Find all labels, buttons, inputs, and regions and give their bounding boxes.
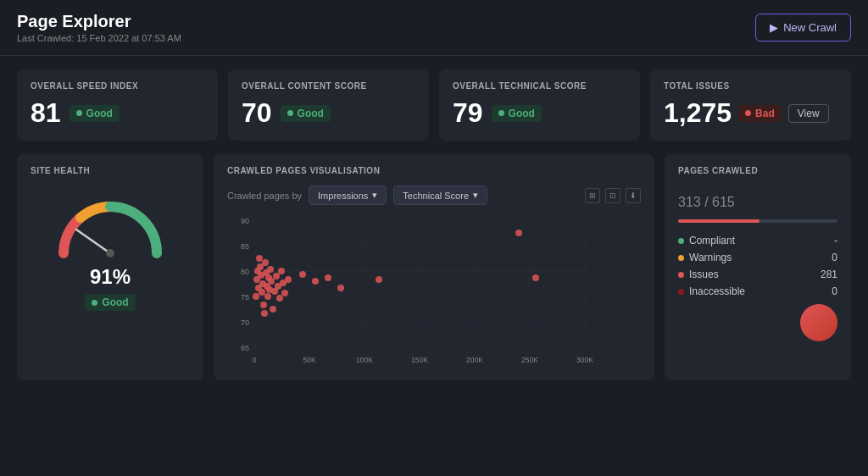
svg-text:Impressions: Impressions [399, 368, 441, 368]
crawled-separator: / [701, 195, 712, 209]
progress-bar [678, 219, 837, 223]
svg-point-61 [376, 276, 382, 283]
header: Page Explorer Last Crawled: 15 Feb 2022 … [0, 0, 868, 56]
technical-score-label: OVERALL TECHNICAL SCORE [453, 81, 626, 91]
svg-point-48 [270, 306, 276, 313]
svg-point-47 [268, 278, 275, 285]
svg-text:85: 85 [241, 242, 249, 251]
crawled-count: 313 [678, 195, 701, 209]
content-score-badge: Good [281, 105, 331, 122]
svg-text:75: 75 [241, 293, 249, 302]
content-score-value-row: 70 Good [242, 97, 415, 129]
total-issues-value: 1,275 [664, 97, 732, 129]
total-issues-label: TOTAL ISSUES [664, 81, 837, 91]
issues-label: Issues [689, 268, 719, 280]
svg-point-60 [337, 285, 344, 291]
svg-point-59 [325, 274, 331, 281]
svg-point-53 [278, 268, 285, 274]
speed-index-badge: Good [70, 105, 120, 122]
gauge-svg [51, 185, 170, 262]
play-icon: ▶ [770, 21, 778, 34]
new-crawl-label: New Crawl [783, 21, 837, 34]
svg-point-55 [281, 290, 288, 296]
svg-point-33 [256, 255, 263, 262]
svg-point-1 [106, 249, 114, 257]
svg-text:65: 65 [241, 344, 249, 352]
pages-crawled-label: PAGES CRAWLED [678, 166, 837, 175]
gauge-container: 91% Good [31, 185, 190, 311]
new-crawl-button[interactable]: ▶ New Crawl [755, 14, 851, 42]
svg-point-56 [285, 276, 292, 283]
chart-icon-expand[interactable]: ⊞ [585, 188, 600, 203]
technical-score-badge: Good [492, 105, 542, 122]
technical-score-value-row: 79 Good [453, 97, 626, 129]
technical-badge-label: Good [509, 108, 535, 119]
gauge-badge-label: Good [102, 296, 128, 308]
svg-point-63 [532, 274, 539, 281]
svg-point-52 [276, 295, 283, 302]
score-cards-row: OVERALL SPEED INDEX 81 Good OVERALL CONT… [0, 56, 868, 154]
bottom-panels: SITE HEALTH 91% Good CRAWL [0, 154, 868, 394]
gauge-dot [92, 300, 97, 306]
chart-icon-download[interactable]: ⬇ [626, 188, 641, 203]
svg-point-43 [264, 293, 271, 300]
impressions-label: Impressions [318, 191, 368, 201]
page-title: Page Explorer [17, 12, 181, 31]
svg-text:50K: 50K [303, 356, 315, 364]
issues-dot-stat [678, 272, 684, 278]
warnings-value: 0 [832, 252, 837, 263]
content-score-value: 70 [242, 97, 272, 129]
site-health-panel: SITE HEALTH 91% Good [17, 154, 203, 380]
warnings-dot [678, 255, 684, 261]
svg-point-50 [273, 273, 280, 280]
impressions-dropdown[interactable]: Impressions ▾ [309, 185, 387, 205]
crawled-total: 615 [712, 195, 735, 209]
svg-text:90: 90 [241, 217, 249, 225]
compliant-label: Compliant [689, 235, 735, 246]
chart-icons: ⊞ ⊡ ⬇ [585, 188, 641, 203]
gauge-percentage: 91% [90, 265, 131, 289]
chart-icon-grid[interactable]: ⊡ [605, 188, 620, 203]
inaccessible-dot [678, 289, 684, 295]
site-health-label: SITE HEALTH [31, 166, 190, 175]
warnings-label: Warnings [689, 252, 732, 263]
svg-text:150K: 150K [411, 356, 428, 364]
view-issues-button[interactable]: View [788, 104, 829, 123]
content-score-label: OVERALL CONTENT SCORE [242, 81, 415, 91]
speed-index-value-row: 81 Good [31, 97, 204, 129]
svg-point-36 [259, 289, 265, 296]
gauge-badge: Good [85, 294, 135, 311]
svg-point-57 [299, 271, 306, 278]
svg-text:70: 70 [241, 318, 249, 327]
stat-compliant: Compliant - [678, 235, 837, 246]
technical-score-dropdown[interactable]: Technical Score ▾ [393, 185, 487, 205]
technical-dot [498, 110, 504, 116]
pages-crawled-panel: PAGES CRAWLED 313 / 615 Compliant - Warn… [665, 154, 851, 380]
svg-point-62 [515, 230, 522, 236]
stat-warnings: Warnings 0 [678, 252, 837, 263]
svg-point-46 [267, 266, 274, 273]
stat-inaccessible: Inaccessible 0 [678, 285, 837, 297]
svg-text:100K: 100K [356, 356, 373, 364]
scatter-chart: 90 85 80 75 70 65 0 50K 100K 15 [227, 212, 641, 368]
compliant-value: - [834, 235, 837, 246]
speed-badge-label: Good [86, 108, 113, 119]
technical-score-value: 79 [453, 97, 483, 129]
compliant-dot [678, 238, 684, 244]
speed-index-label: OVERALL SPEED INDEX [31, 81, 204, 91]
dropdown2-chevron-icon: ▾ [473, 190, 478, 201]
issues-value: 281 [821, 268, 837, 280]
progress-bar-fill [678, 219, 760, 223]
content-dot [287, 110, 293, 116]
svg-text:250K: 250K [521, 356, 538, 364]
total-issues-badge: Bad [738, 105, 782, 122]
total-issues-card: TOTAL ISSUES 1,275 Bad View [650, 69, 851, 141]
last-crawled-label: Last Crawled: 15 Feb 2022 at 07:53 AM [17, 33, 181, 43]
issues-dot [745, 110, 751, 116]
crawled-by-label: Crawled pages by [227, 191, 302, 201]
total-issues-row: 1,275 Bad View [664, 97, 837, 129]
svg-line-0 [76, 230, 110, 253]
svg-text:300K: 300K [576, 356, 593, 364]
inaccessible-value: 0 [832, 285, 837, 297]
technical-score-card: OVERALL TECHNICAL SCORE 79 Good [439, 69, 640, 141]
